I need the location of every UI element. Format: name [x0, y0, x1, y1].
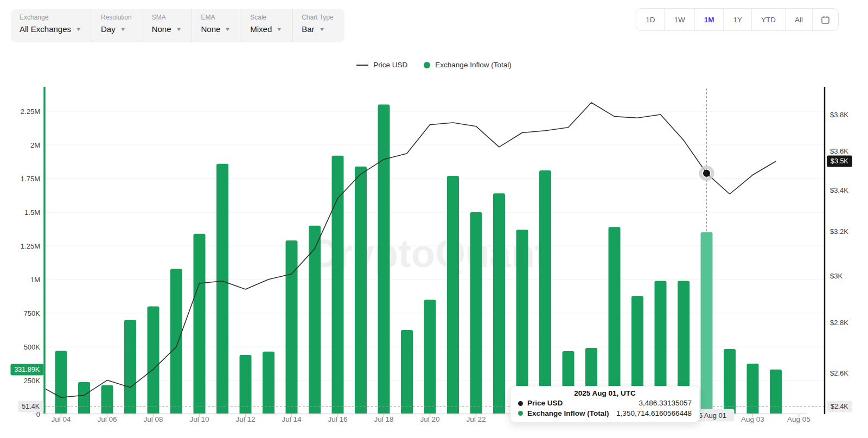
right-axis-tick-label: $2.8K [830, 319, 848, 327]
chevron-down-icon: ▼ [318, 27, 324, 32]
x-axis-tick-label: Jul 16 [328, 415, 347, 423]
latest-inflow-badge: 331.89K [10, 364, 43, 375]
range-button-ytd[interactable]: YTD [751, 9, 785, 30]
inflow-bar-jul-14[interactable] [286, 240, 298, 414]
chevron-down-icon: ▼ [175, 27, 181, 32]
inflow-bar-jul-23[interactable] [493, 193, 505, 414]
toolbar-label-exchange: Exchange [20, 14, 81, 21]
latest-price-badge: $3.5K [827, 156, 852, 167]
inflow-bar-jul-21[interactable] [447, 176, 459, 414]
inflow-bar-jul-17[interactable] [355, 167, 367, 414]
inflow-bar-jul-06[interactable] [101, 385, 113, 414]
inflow-bar-aug-04[interactable] [770, 370, 782, 414]
inflow-bar-jul-20[interactable] [424, 300, 436, 414]
tooltip-series-value: 1,350,714.6160566448 [616, 409, 692, 419]
toolbar-label-ema: EMA [201, 14, 230, 21]
toolbar-value-ema: None [201, 24, 220, 34]
chevron-down-icon: ▼ [225, 27, 231, 32]
tooltip-series-name: Price USD [527, 398, 563, 409]
inflow-bar-jul-22[interactable] [470, 212, 482, 414]
inflow-bar-jul-18[interactable] [378, 105, 390, 414]
left-axis-tick-label: 2.25M [21, 107, 40, 116]
inflow-bar-jul-11[interactable] [216, 164, 228, 414]
inflow-bar-jul-12[interactable] [240, 355, 252, 414]
legend-dot-swatch [424, 62, 430, 68]
legend-label: Exchange Inflow (Total) [435, 61, 511, 69]
range-button-1y[interactable]: 1Y [723, 9, 751, 30]
legend-item-price[interactable]: Price USD [356, 61, 407, 69]
inflow-bar-jul-19[interactable] [401, 330, 413, 414]
left-axis-tick-label: 500K [24, 343, 41, 351]
right-axis-tick-label: $3.4K [830, 186, 848, 194]
tooltip-series-value: 3,486.33135057 [639, 398, 692, 409]
range-button-1d[interactable]: 1D [636, 9, 664, 30]
tooltip-series-name: Exchange Inflow (Total) [527, 409, 609, 419]
x-axis-tick-label: Jul 10 [189, 415, 209, 423]
left-axis-tick-label: 2M [30, 141, 40, 149]
left-axis-tick-label: 1M [30, 276, 40, 284]
inflow-bar-jul-10[interactable] [194, 234, 206, 414]
x-axis-tick-label: Jul 14 [282, 415, 302, 423]
tooltip-row: Price USD 3,486.33135057 [518, 398, 692, 409]
left-axis-tick-label: 1.75M [21, 175, 40, 183]
toolbar-value-resolution: Day [101, 24, 116, 34]
toolbar-value-chart-type: Bar [302, 24, 314, 34]
toolbar-group-chart-type[interactable]: Chart Type Bar ▼ [292, 9, 344, 42]
toolbar-group-resolution[interactable]: Resolution Day ▼ [92, 9, 143, 42]
inflow-bar-jul-13[interactable] [263, 352, 275, 414]
x-axis-tick-label: Jul 22 [466, 415, 486, 423]
right-axis-tick-label: $3.6K [830, 147, 848, 155]
tooltip-row: Exchange Inflow (Total) 1,350,714.616056… [518, 409, 692, 419]
toolbar-group-sma[interactable]: SMA None ▼ [143, 9, 192, 42]
right-axis-tick-label: $2.6K [830, 369, 848, 377]
toolbar-value-sma: None [152, 24, 171, 34]
x-axis-tick-label: Jul 08 [143, 415, 163, 423]
inflow-bar-aug-02[interactable] [724, 349, 736, 414]
toolbar-group-ema[interactable]: EMA None ▼ [192, 9, 241, 42]
crosshair-marker-dot [703, 170, 710, 177]
series-dot-icon [518, 411, 523, 416]
legend-line-swatch [356, 65, 368, 66]
x-axis-tick-label: Aug 03 [741, 415, 764, 423]
chevron-down-icon: ▼ [75, 27, 81, 32]
x-axis-tick-label: Jul 18 [374, 415, 393, 423]
inflow-bar-aug-01[interactable] [701, 232, 713, 414]
crosshair-left-value-badge: 51.4K [18, 401, 43, 412]
x-axis-tick-label: Jul 04 [51, 415, 71, 423]
calendar-icon [821, 15, 830, 24]
left-axis-tick-label: 1.5M [24, 208, 40, 217]
inflow-bar-jul-04[interactable] [55, 351, 67, 414]
inflow-bar-jul-09[interactable] [170, 269, 182, 414]
range-button-all[interactable]: All [785, 9, 812, 30]
range-selector: 1D1W1M1YYTDAll [636, 8, 839, 31]
tooltip-title: 2025 Aug 01, UTC [518, 389, 692, 397]
crosshair-right-value-badge: $2.4K [827, 401, 852, 412]
right-axis-tick-label: $3.2K [830, 227, 848, 236]
toolbar-label-sma: SMA [152, 14, 181, 21]
toolbar-value-scale: Mixed [250, 24, 272, 34]
right-axis-tick-label: $3.8K [830, 111, 848, 119]
inflow-bar-jul-05[interactable] [78, 382, 90, 414]
legend-item-inflow[interactable]: Exchange Inflow (Total) [424, 61, 511, 69]
toolbar-label-scale: Scale [250, 14, 282, 21]
range-button-1w[interactable]: 1W [664, 9, 694, 30]
x-axis-tick-label: Jul 06 [97, 415, 117, 423]
calendar-button[interactable] [812, 9, 838, 30]
inflow-bar-jul-08[interactable] [148, 307, 159, 414]
watermark: CryptoQuant [309, 232, 548, 275]
inflow-bar-jul-25[interactable] [539, 170, 551, 414]
x-axis-tick-label: Jul 20 [420, 415, 439, 423]
inflow-bar-aug-03[interactable] [747, 364, 759, 414]
toolbar-group-scale[interactable]: Scale Mixed ▼ [241, 9, 292, 42]
toolbar-label-chart-type: Chart Type [302, 14, 333, 21]
range-button-1m[interactable]: 1M [694, 9, 724, 30]
x-axis-tick-label: Aug 05 [787, 415, 810, 423]
legend: Price USDExchange Inflow (Total) [0, 61, 868, 69]
inflow-bar-jul-07[interactable] [124, 320, 136, 414]
toolbar-label-resolution: Resolution [101, 14, 132, 21]
right-axis-tick-label: $3K [830, 272, 843, 280]
toolbar-group-exchange[interactable]: Exchange All Exchanges ▼ [11, 9, 92, 42]
tooltip: 2025 Aug 01, UTC Price USD 3,486.3313505… [510, 386, 700, 423]
left-axis-tick-label: 250K [24, 377, 41, 385]
x-axis-tick-label: Jul 12 [235, 415, 255, 423]
